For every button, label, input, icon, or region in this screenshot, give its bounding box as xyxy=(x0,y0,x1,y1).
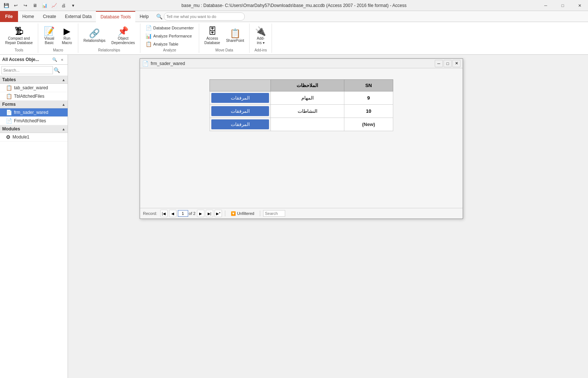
chart-qa-btn[interactable]: 📊 xyxy=(40,1,49,10)
analyze-qa-btn[interactable]: 📈 xyxy=(50,1,58,10)
sidebar-item-tab-sader-wared[interactable]: 📋 tab_sader_wared xyxy=(0,84,68,92)
run-macro-button[interactable]: ▶ RunMacro xyxy=(59,24,75,48)
notes-cell-1: المهام xyxy=(271,91,344,105)
nav-next-button[interactable]: ▶ xyxy=(197,210,204,217)
maximize-button[interactable]: □ xyxy=(554,0,571,11)
record-search-input[interactable] xyxy=(263,210,285,217)
record-label: Record: xyxy=(143,211,157,216)
ribbon-search-input[interactable] xyxy=(164,12,245,21)
mdi-window-frm: 📄 frm_sader_wared ─ □ ✕ الملاحظات SN xyxy=(140,58,463,219)
sidebar-search-bar: 🔍 xyxy=(0,65,68,76)
tab-database-tools[interactable]: Database Tools xyxy=(96,11,135,22)
module-item-label-1: Module1 xyxy=(12,134,29,140)
notes-column-header: الملاحظات xyxy=(271,80,344,91)
sidebar: All Access Obje... 🔍 « 🔍 Tables ▲ 📋 tab_… xyxy=(0,55,68,378)
table-icon-1: 📋 xyxy=(6,85,12,91)
sidebar-header: All Access Obje... 🔍 « xyxy=(0,55,68,65)
sharepoint-icon: 📋 xyxy=(230,29,241,38)
table-icon-2: 📋 xyxy=(6,93,12,99)
addins-icon: 🔌 xyxy=(255,27,266,36)
sidebar-item-module1[interactable]: ⚙ Module1 xyxy=(0,133,68,141)
table-row: المرفقات (New) xyxy=(210,118,393,131)
tab-external-data[interactable]: External Data xyxy=(61,11,96,22)
filter-button[interactable]: 🔽 Unfiltered xyxy=(228,210,257,217)
nav-separator xyxy=(225,210,225,216)
sidebar-item-frm-sader-wared[interactable]: 📄 frm_sader_wared xyxy=(0,108,68,117)
nav-current-input[interactable] xyxy=(178,210,188,217)
tab-create[interactable]: Create xyxy=(39,11,61,22)
nav-last-button[interactable]: ▶| xyxy=(206,210,213,217)
sidebar-search-icon[interactable]: 🔍 xyxy=(54,67,60,73)
addins-group-label: Add-ins xyxy=(254,48,267,53)
database-documenter-button[interactable]: 📄 Database Documenter xyxy=(143,24,196,32)
compact-repair-button[interactable]: 🗜 Compact andRepair Database xyxy=(3,24,35,48)
mdi-close-button[interactable]: ✕ xyxy=(452,60,460,67)
print-qa-btn[interactable]: 🖨 xyxy=(59,1,68,10)
sidebar-search-input[interactable] xyxy=(1,66,53,74)
attachment-button-3[interactable]: المرفقات xyxy=(211,119,269,129)
run-macro-icon: ▶ xyxy=(64,27,70,36)
section-header-forms[interactable]: Forms ▲ xyxy=(0,101,68,108)
close-button[interactable]: ✕ xyxy=(571,0,588,11)
nav-separator-2 xyxy=(260,210,260,216)
analyze-table-button[interactable]: 📋 Analyze Table xyxy=(143,40,196,48)
filter-label: Unfiltered xyxy=(237,211,254,216)
relationships-button[interactable]: 🔗 Relationships xyxy=(81,24,108,48)
dropdown-qa-btn[interactable]: ▾ xyxy=(69,1,78,10)
object-dependencies-button[interactable]: 📌 ObjectDependencies xyxy=(109,24,137,48)
sharepoint-button[interactable]: 📋 SharePoint xyxy=(224,24,246,48)
table-row: المرفقات النشاطات 10 xyxy=(210,105,393,118)
save-qa-btn[interactable]: 💾 xyxy=(2,1,11,10)
mdi-maximize-button[interactable]: □ xyxy=(444,60,452,67)
ribbon-tabs: File Home Create External Data Database … xyxy=(0,11,588,22)
modules-section-label: Modules xyxy=(2,126,20,132)
ribbon-group-addins: 🔌 Add-ins ▾ Add-ins xyxy=(250,24,272,53)
tab-home[interactable]: Home xyxy=(18,11,39,22)
object-dep-icon: 📌 xyxy=(118,27,129,36)
visual-basic-button[interactable]: 📝 VisualBasic xyxy=(41,24,57,48)
nav-first-button[interactable]: |◀ xyxy=(160,210,168,217)
tab-file[interactable]: File xyxy=(0,11,18,22)
sidebar-collapse-btn[interactable]: « xyxy=(59,56,65,63)
attachment-button-1[interactable]: المرفقات xyxy=(211,93,269,103)
access-database-button[interactable]: 🗄 AccessDatabase xyxy=(202,24,222,48)
tools-group-items: 🗜 Compact andRepair Database xyxy=(3,24,35,48)
main-area: All Access Obje... 🔍 « 🔍 Tables ▲ 📋 tab_… xyxy=(0,55,588,378)
analyze-group-items: 📄 Database Documenter 📊 Analyze Performa… xyxy=(143,24,196,48)
mdi-form-icon: 📄 xyxy=(142,61,148,66)
nav-new-button[interactable]: ▶* xyxy=(215,210,222,217)
btn-column-header xyxy=(210,80,271,91)
section-header-modules[interactable]: Modules ▲ xyxy=(0,125,68,133)
ribbon-group-move-data: 🗄 AccessDatabase 📋 SharePoint Move Data xyxy=(199,24,250,53)
relationships-group-items: 🔗 Relationships 📌 ObjectDependencies xyxy=(81,24,137,48)
nav-info: of 2 xyxy=(178,210,196,217)
title-bar: 💾 ↩ ↪ 🖥 📊 📈 🖨 ▾ base_mu : Database- C:\U… xyxy=(0,0,588,11)
sidebar-title: All Access Obje... xyxy=(2,57,39,62)
display-qa-btn[interactable]: 🖥 xyxy=(31,1,39,10)
undo-qa-btn[interactable]: ↩ xyxy=(11,1,20,10)
sidebar-item-tbl-attched-files[interactable]: 📋 TblAttchedFiles xyxy=(0,92,68,101)
minimize-button[interactable]: ─ xyxy=(537,0,554,11)
ribbon: File Home Create External Data Database … xyxy=(0,11,588,55)
mdi-minimize-button[interactable]: ─ xyxy=(435,60,443,67)
move-data-group-items: 🗄 AccessDatabase 📋 SharePoint xyxy=(202,24,246,48)
record-nav: Record: |◀ ◀ of 2 ▶ ▶| ▶* 🔽 Unfiltered xyxy=(140,208,463,219)
modules-toggle-icon: ▲ xyxy=(62,127,65,131)
analyze-group-label: Analyze xyxy=(163,48,176,53)
ribbon-group-analyze: 📄 Database Documenter 📊 Analyze Performa… xyxy=(140,24,199,53)
tab-help[interactable]: Help xyxy=(135,11,153,22)
move-data-group-label: Move Data xyxy=(215,48,233,53)
redo-qa-btn[interactable]: ↪ xyxy=(21,1,30,10)
addins-group-items: 🔌 Add-ins ▾ xyxy=(252,24,269,48)
add-ins-button[interactable]: 🔌 Add-ins ▾ xyxy=(252,24,269,48)
content-area: 📄 frm_sader_wared ─ □ ✕ الملاحظات SN xyxy=(68,55,588,378)
analyze-performance-button[interactable]: 📊 Analyze Performance xyxy=(143,32,196,40)
window-title: base_mu : Database- C:\Users\OmarDahy57\… xyxy=(182,3,406,8)
nav-prev-button[interactable]: ◀ xyxy=(169,210,176,217)
sidebar-search-toggle[interactable]: 🔍 xyxy=(51,56,58,63)
form-item-label-2: FrmAttchedFiles xyxy=(14,118,46,123)
sn-column-header: SN xyxy=(344,80,393,91)
sidebar-item-frm-attched-files[interactable]: 📄 FrmAttchedFiles xyxy=(0,117,68,125)
attachment-button-2[interactable]: المرفقات xyxy=(211,106,269,116)
section-header-tables[interactable]: Tables ▲ xyxy=(0,76,68,84)
